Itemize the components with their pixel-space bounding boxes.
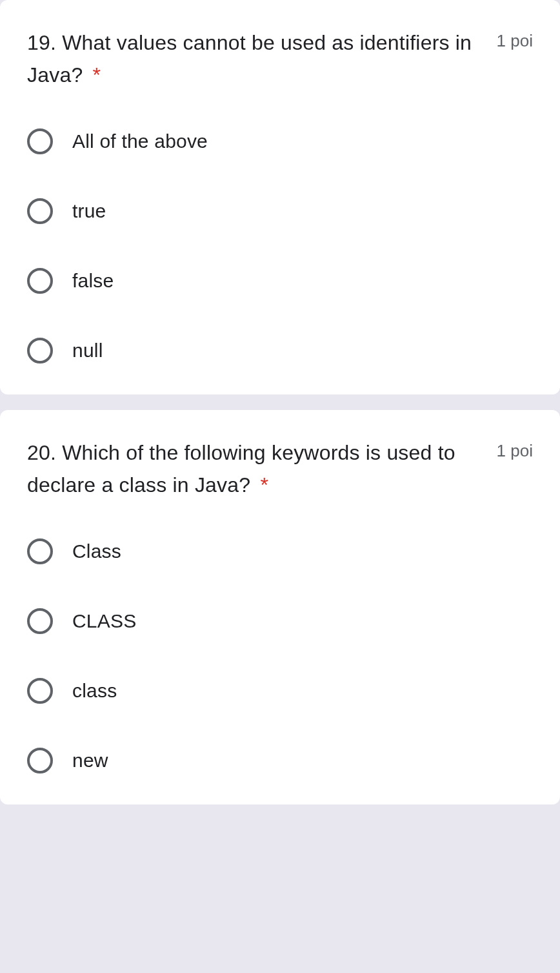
required-indicator: * xyxy=(260,473,268,497)
required-indicator: * xyxy=(92,63,101,87)
option-label: class xyxy=(72,680,117,702)
options-group: All of the above true false null xyxy=(27,128,533,364)
radio-icon[interactable] xyxy=(27,268,53,294)
radio-icon[interactable] xyxy=(27,198,53,224)
question-card-19: 19. What values cannot be used as identi… xyxy=(0,0,560,394)
radio-icon[interactable] xyxy=(27,678,53,704)
question-header: 19. What values cannot be used as identi… xyxy=(27,27,533,91)
radio-icon[interactable] xyxy=(27,128,53,154)
option-class-capital[interactable]: Class xyxy=(27,538,533,564)
points-label: 1 poi xyxy=(497,441,533,461)
points-label: 1 poi xyxy=(497,31,533,51)
question-title: 20. Which of the following keywords is u… xyxy=(27,437,488,501)
question-header: 20. Which of the following keywords is u… xyxy=(27,437,533,501)
option-label: new xyxy=(72,750,108,772)
option-new[interactable]: new xyxy=(27,748,533,773)
radio-icon[interactable] xyxy=(27,748,53,773)
radio-icon[interactable] xyxy=(27,338,53,364)
option-class-lower[interactable]: class xyxy=(27,678,533,704)
option-label: CLASS xyxy=(72,610,136,632)
radio-icon[interactable] xyxy=(27,608,53,634)
option-label: Class xyxy=(72,540,121,562)
option-false[interactable]: false xyxy=(27,268,533,294)
question-card-20: 20. Which of the following keywords is u… xyxy=(0,410,560,804)
option-class-upper[interactable]: CLASS xyxy=(27,608,533,634)
option-label: All of the above xyxy=(72,130,208,152)
option-label: true xyxy=(72,200,106,222)
question-title: 19. What values cannot be used as identi… xyxy=(27,27,488,91)
option-label: false xyxy=(72,270,114,292)
question-text: 20. Which of the following keywords is u… xyxy=(27,441,455,497)
option-null[interactable]: null xyxy=(27,338,533,364)
option-all-of-the-above[interactable]: All of the above xyxy=(27,128,533,154)
option-label: null xyxy=(72,340,103,362)
options-group: Class CLASS class new xyxy=(27,538,533,773)
option-true[interactable]: true xyxy=(27,198,533,224)
radio-icon[interactable] xyxy=(27,538,53,564)
